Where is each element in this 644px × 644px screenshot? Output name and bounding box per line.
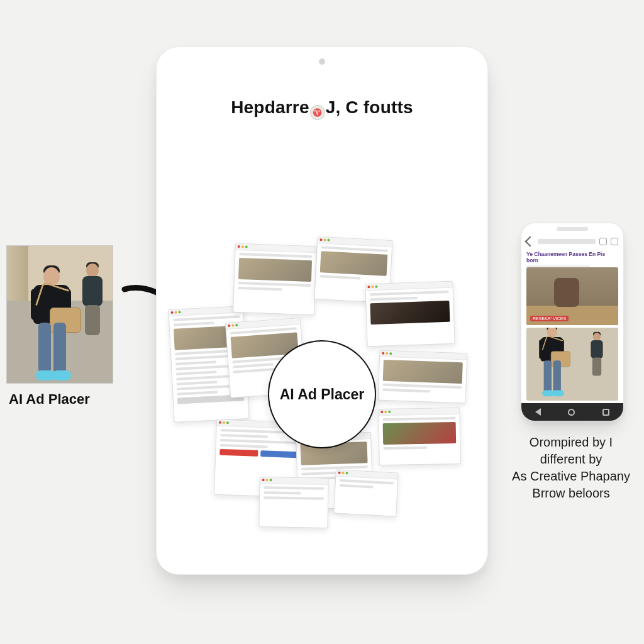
phone-caption: Orompired by I different by As Creative … — [502, 434, 640, 502]
webpage-thumb — [378, 350, 468, 404]
phone-device-frame: Ye Chaanemeen Passes En Pis born RESEAR'… — [521, 223, 624, 421]
image-tag: RESEAR' VICES — [530, 316, 569, 321]
tablet-camera-dot — [319, 58, 325, 65]
ai-ad-placer-badge: AI Ad Placer — [268, 340, 376, 448]
nav-recent-icon[interactable] — [602, 409, 609, 416]
input-caption: AI Ad Placer — [9, 391, 90, 408]
article-hero-image: RESEAR' VICES — [526, 267, 618, 325]
caption-line: different by — [502, 451, 640, 468]
caption-line: Brrow beloors — [502, 485, 640, 502]
input-source-image — [6, 245, 113, 384]
webpage-collage: AI Ad Placer — [190, 264, 454, 515]
placed-ad-image — [526, 328, 618, 401]
walking-man-figure — [25, 264, 82, 383]
menu-icon[interactable] — [599, 238, 607, 245]
app-bar-title-placeholder — [538, 239, 596, 244]
webpage-thumb — [365, 281, 455, 347]
phone-speaker — [557, 227, 588, 231]
android-nav-bar — [521, 403, 623, 421]
heading-badge-icon: ♈ — [310, 105, 325, 120]
webpage-thumb — [258, 477, 328, 528]
tablet-screen: Hepdarre♈J, C foutts — [174, 75, 470, 547]
webpage-thumb — [233, 243, 317, 315]
webpage-thumb — [333, 469, 399, 516]
more-icon[interactable] — [611, 238, 618, 245]
tablet-device-frame: Hepdarre♈J, C foutts — [156, 47, 488, 575]
nav-back-icon[interactable] — [535, 408, 541, 416]
background-person — [80, 264, 105, 339]
caption-line: As Creative Phapany — [502, 468, 640, 485]
heading-left: Hepdarre — [231, 97, 309, 117]
tablet-heading: Hepdarre♈J, C foutts — [174, 97, 470, 120]
article-headline: Ye Chaanemeen Passes En Pis born — [526, 251, 618, 269]
heading-right: J, C foutts — [326, 97, 413, 117]
webpage-thumb — [378, 408, 461, 465]
caption-line: Orompired by I — [502, 434, 640, 451]
back-icon[interactable] — [525, 236, 536, 247]
phone-app-bar — [526, 235, 618, 248]
nav-home-icon[interactable] — [568, 409, 575, 416]
